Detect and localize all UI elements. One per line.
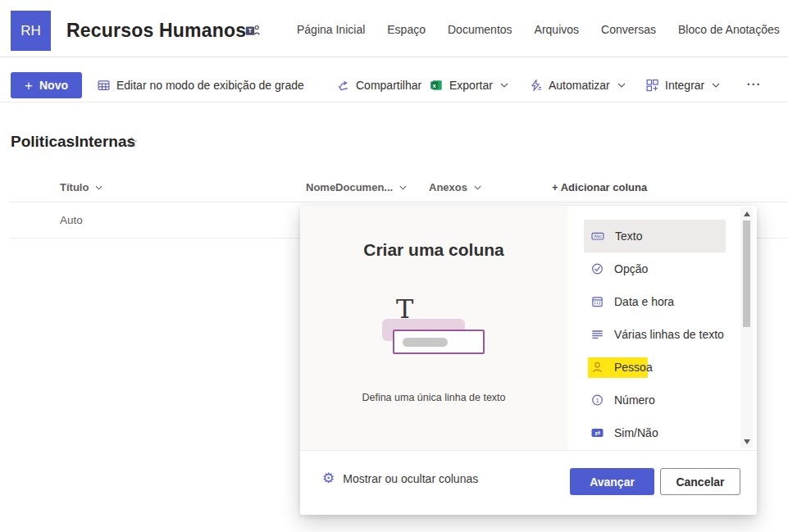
teams-icon: T	[245, 24, 261, 41]
next-button[interactable]: Avançar	[570, 468, 654, 495]
add-column-button[interactable]: + Adicionar coluna	[552, 181, 647, 193]
plus-icon: +	[25, 79, 33, 93]
sharepoint-list-page: RH Recursos Humanos T Página Inicial Esp…	[0, 0, 788, 532]
svg-text:T: T	[248, 27, 253, 34]
flow-icon	[529, 79, 543, 92]
person-icon	[590, 361, 604, 374]
column-header-anexos[interactable]: Anexos	[429, 181, 481, 193]
page-title: Recursos Humanos	[66, 20, 246, 42]
column-header-nomedocumento[interactable]: NomeDocumen...	[306, 181, 407, 193]
create-column-flyout: Criar uma coluna T Defina uma única linh…	[300, 206, 757, 515]
type-list-scrollbar[interactable]	[740, 207, 753, 448]
type-item-pessoa[interactable]: Pessoa	[584, 351, 726, 384]
column-type-list: Abc Texto Opção Data e hora	[567, 206, 741, 450]
scroll-down-arrow-icon[interactable]	[744, 439, 750, 444]
type-item-numero[interactable]: 1 Número	[584, 384, 726, 416]
svg-text:1: 1	[595, 397, 599, 404]
favorite-star-icon[interactable]: ☆	[125, 134, 138, 150]
multiline-text-icon	[590, 328, 604, 341]
top-navigation: Página Inicial Espaço Documentos Arquivo…	[297, 23, 780, 36]
list-title: PoliticasInternas	[11, 133, 135, 151]
type-item-opcao[interactable]: Opção	[584, 252, 726, 285]
svg-text:Abc: Abc	[594, 234, 602, 239]
cell-titulo: Auto	[60, 214, 83, 226]
illustration-textbox	[393, 330, 485, 354]
gear-icon: ⚙	[322, 471, 335, 485]
share-button[interactable]: Compartilhar	[336, 79, 421, 92]
text-abc-icon: Abc	[590, 230, 605, 243]
column-header-titulo[interactable]: Título	[60, 181, 102, 193]
choice-check-icon	[590, 262, 604, 275]
scrollbar-thumb[interactable]	[743, 221, 750, 327]
type-description: Defina uma única linha de texto	[300, 392, 567, 403]
excel-icon: x	[430, 79, 444, 92]
yes-no-icon: ⇄	[590, 426, 604, 439]
nav-documentos[interactable]: Documentos	[448, 23, 512, 36]
more-commands-button[interactable]: ⋯	[746, 75, 761, 93]
chevron-down-icon	[399, 185, 407, 190]
type-item-texto[interactable]: Abc Texto	[584, 220, 726, 252]
site-logo[interactable]: RH	[11, 11, 51, 51]
apps-icon	[645, 79, 659, 92]
flyout-title: Criar uma coluna	[300, 240, 567, 260]
chevron-down-icon	[474, 185, 481, 190]
new-button[interactable]: + Novo	[11, 72, 82, 98]
type-item-sim-nao[interactable]: ⇄ Sim/Não	[584, 416, 726, 449]
number-icon: 1	[590, 393, 604, 407]
nav-arquivos[interactable]: Arquivos	[535, 23, 579, 36]
nav-conversas[interactable]: Conversas	[601, 23, 656, 36]
command-bar: + Novo Editar no modo de exibição de gra…	[0, 57, 788, 102]
nav-pagina-inicial[interactable]: Página Inicial	[297, 23, 365, 36]
edit-grid-view-button[interactable]: Editar no modo de exibição de grade	[97, 79, 304, 92]
column-type-preview-panel: Criar uma coluna T Defina uma única linh…	[300, 206, 567, 450]
type-item-varias-linhas[interactable]: Várias linhas de texto	[584, 318, 726, 351]
calendar-icon	[590, 295, 604, 308]
show-hide-columns-button[interactable]: ⚙ Mostrar ou ocultar colunas	[322, 471, 478, 485]
automate-button[interactable]: Automatizar	[529, 79, 626, 92]
chevron-down-icon	[712, 83, 720, 88]
export-button[interactable]: x Exportar	[430, 79, 508, 92]
svg-text:⇄: ⇄	[594, 429, 600, 437]
nav-bloco-de-anotacoes[interactable]: Bloco de Anotações	[678, 23, 780, 36]
scroll-up-arrow-icon[interactable]	[744, 211, 750, 216]
grid-icon	[97, 79, 111, 92]
type-item-data-e-hora[interactable]: Data e hora	[584, 285, 726, 318]
chevron-down-icon	[617, 83, 626, 88]
chevron-down-icon	[95, 185, 102, 190]
integrate-button[interactable]: Integrar	[645, 79, 720, 92]
illustration-text-pill	[403, 338, 448, 347]
chevron-down-icon	[500, 83, 508, 88]
nav-espaco[interactable]: Espaço	[387, 23, 426, 36]
share-icon	[336, 79, 350, 92]
flyout-footer: ⚙ Mostrar ou ocultar colunas Avançar Can…	[300, 450, 757, 515]
cancel-button[interactable]: Cancelar	[660, 468, 740, 495]
